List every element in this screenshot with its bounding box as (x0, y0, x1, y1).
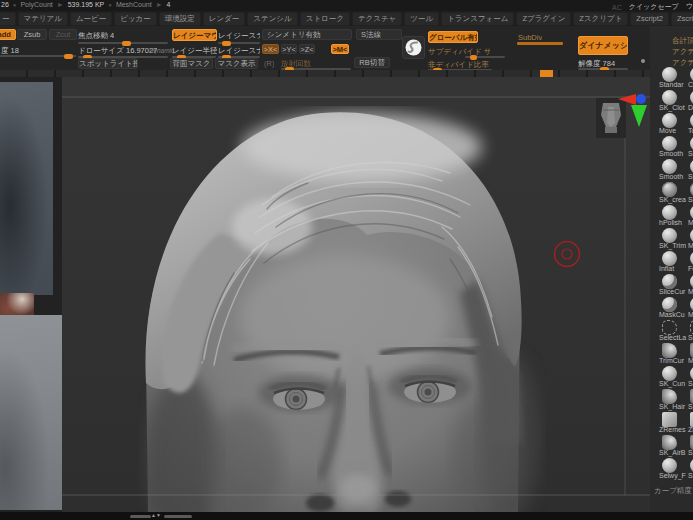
brush-icon[interactable] (662, 205, 677, 220)
brush-icon[interactable] (662, 389, 677, 404)
brush-label-partial[interactable]: M (688, 357, 693, 364)
brush-label[interactable]: Smooth (659, 150, 683, 157)
global-enable-button[interactable]: グローバル有効 (428, 31, 478, 43)
lazy-step-slider-label[interactable]: レイジーステップ (218, 31, 260, 41)
brush-label[interactable]: SliceCur (659, 288, 685, 295)
brush-icon[interactable] (662, 412, 677, 427)
menu-item[interactable]: Zプラグイン (516, 12, 571, 26)
menu-item-fragment[interactable]: ー (0, 12, 16, 26)
brush-label[interactable]: SK_Clot (659, 104, 685, 111)
brush-label[interactable]: SelectLa (659, 334, 686, 341)
menu-item[interactable]: トランスフォーム (441, 12, 514, 26)
brush-label[interactable]: MaskCu (659, 311, 685, 318)
symmetry-m-button[interactable]: >M< (331, 44, 349, 54)
brush-label-partial[interactable]: S (688, 449, 693, 456)
zcut-button[interactable]: Zcut (49, 29, 77, 40)
reference-image-bottom[interactable] (0, 315, 62, 510)
symmetry-x-button[interactable]: >X< (262, 44, 279, 54)
brush-label[interactable]: SK_Trim (659, 242, 686, 249)
brush-label[interactable]: Inflat (659, 265, 674, 272)
tray-divider-handle[interactable] (130, 515, 151, 518)
brush-icon[interactable] (662, 320, 677, 335)
brush-label[interactable]: SK_crea (659, 196, 686, 203)
subdiv-slider-label[interactable]: SubDiv (518, 33, 542, 42)
brush-label[interactable]: SK_Cun (659, 380, 685, 387)
brush-icon[interactable] (662, 343, 677, 358)
brush-label-partial[interactable]: ZF (688, 426, 693, 433)
brush-label[interactable]: Standar (659, 81, 684, 88)
s-normal-button[interactable]: S法線 (356, 29, 402, 40)
ac-indicator[interactable]: AC (612, 4, 622, 11)
viewport-canvas[interactable] (62, 77, 650, 512)
lazy-mouse-button[interactable]: レイジーマウス (172, 29, 217, 41)
menu-item[interactable]: Zscript3 (671, 12, 693, 26)
resolution-knob-icon[interactable] (641, 59, 645, 63)
brush-label[interactable]: hPolish (659, 219, 682, 226)
sculptris-logo-button[interactable] (402, 36, 425, 59)
menu-item[interactable]: テクスチャ (352, 12, 402, 26)
menu-item[interactable]: 環境設定 (159, 12, 201, 26)
menu-item[interactable]: ムービー (70, 12, 112, 26)
brush-label-partial[interactable]: Fo (688, 265, 693, 272)
reference-image-top[interactable] (0, 82, 53, 295)
backface-mask-button[interactable]: 背面マスク (170, 58, 213, 69)
menu-item[interactable]: ストローク (300, 12, 350, 26)
menu-item[interactable]: ツール (404, 12, 439, 26)
menu-item[interactable]: ステンシル (247, 12, 297, 26)
menu-item[interactable]: マテリアル (18, 12, 68, 26)
brush-label-partial[interactable]: M (688, 288, 693, 295)
brush-label-partial[interactable]: Cl (688, 81, 693, 88)
brush-label-partial[interactable]: S (688, 403, 693, 410)
brush-icon[interactable] (662, 182, 677, 197)
brush-label-partial[interactable]: M (688, 219, 693, 226)
brush-icon[interactable] (662, 113, 677, 128)
brush-label-partial[interactable]: S (688, 380, 693, 387)
radial-r-toggle[interactable]: (R) (264, 59, 274, 68)
brush-icon[interactable] (662, 228, 677, 243)
brush-icon[interactable] (662, 435, 677, 450)
dynamic-label[interactable]: Dynamic (149, 47, 174, 54)
brush-icon[interactable] (662, 274, 677, 289)
brush-icon[interactable] (662, 136, 677, 151)
rb-switch-button[interactable]: RB切替 (354, 57, 390, 68)
brush-label-partial[interactable]: M (688, 311, 693, 318)
focal-shift-slider-label[interactable]: 焦点移動 4 (78, 31, 114, 41)
zadd-button[interactable]: Zadd (0, 29, 16, 40)
zsub-button[interactable]: Zsub (17, 29, 47, 40)
tray-divider-handle[interactable] (164, 515, 192, 518)
brush-label[interactable]: SK_AirB (659, 449, 685, 456)
subdiv-slider-track[interactable] (517, 42, 563, 45)
shelf-divider-orange-cell[interactable] (540, 70, 553, 77)
mask-view-button[interactable]: マスク表示 (215, 58, 258, 69)
brush-icon[interactable] (662, 251, 677, 266)
symmetry-z-button[interactable]: >Z< (299, 44, 315, 54)
brush-icon[interactable] (662, 67, 677, 82)
z-intensity-slider-handle[interactable] (64, 54, 73, 59)
brush-icon[interactable] (662, 159, 677, 174)
brush-label[interactable]: ZRemes (659, 426, 685, 433)
brush-label-partial[interactable]: Se (688, 150, 693, 157)
menu-item[interactable]: Zスクリプト (573, 12, 628, 26)
dynamesh-button[interactable]: ダイナメッシュ (578, 36, 628, 55)
symmetry-button[interactable]: シンメトリ有効 (262, 29, 352, 40)
brush-icon[interactable] (662, 297, 677, 312)
brush-label-partial[interactable]: Se (688, 334, 693, 341)
brush-label-partial[interactable]: To (688, 127, 693, 134)
tray-divider-arrows-icon[interactable]: ▲▼ (151, 512, 161, 518)
menu-item[interactable]: ピッカー (114, 12, 157, 26)
brush-label-partial[interactable]: Sm (688, 196, 693, 203)
brush-label[interactable]: Selwy_F (659, 472, 686, 479)
menu-item[interactable]: Zscript2 (630, 12, 669, 26)
brush-label[interactable]: Move (659, 127, 676, 134)
brush-label-partial[interactable]: Sm (688, 173, 693, 180)
menu-item[interactable]: レンダー (203, 12, 246, 26)
brush-label[interactable]: Smooth (659, 173, 683, 180)
brush-label-partial[interactable]: Da (688, 104, 693, 111)
brush-icon[interactable] (662, 458, 677, 473)
brush-label-partial[interactable]: M (688, 242, 693, 249)
brush-label[interactable]: SK_Hair (659, 403, 685, 410)
brush-icon[interactable] (662, 366, 677, 381)
symmetry-y-button[interactable]: >Y< (281, 44, 297, 54)
brush-label[interactable]: TrimCur (659, 357, 684, 364)
brush-label-partial[interactable]: S (688, 472, 693, 479)
